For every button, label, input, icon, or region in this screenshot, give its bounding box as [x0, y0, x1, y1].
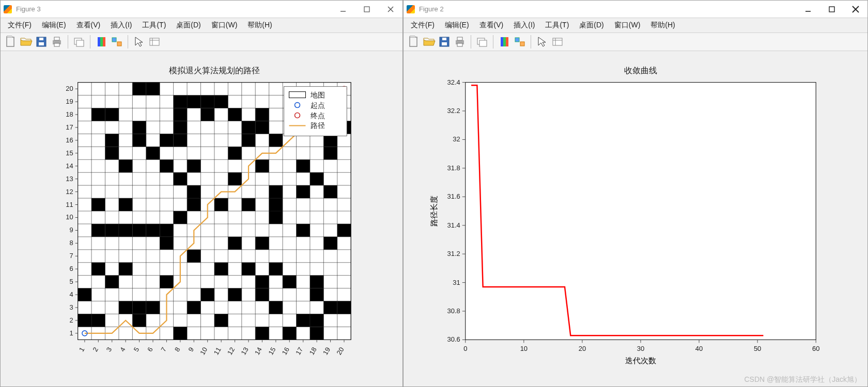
minimize-button[interactable]	[331, 1, 355, 18]
svg-rect-25	[91, 314, 105, 327]
menu-bar: 文件(F) 编辑(E) 查看(V) 插入(I) 工具(T) 桌面(D) 窗口(W…	[404, 18, 867, 33]
svg-rect-107	[310, 276, 323, 288]
toolbar-open-icon[interactable]	[19, 35, 33, 49]
svg-text:模拟退火算法规划的路径: 模拟退火算法规划的路径	[169, 66, 260, 75]
menu-file[interactable]: 文件(F)	[407, 20, 439, 31]
svg-text:30.8: 30.8	[447, 307, 460, 315]
axes-convergence[interactable]: 收敛曲线010203040506030.630.83131.231.431.63…	[404, 51, 867, 386]
close-button[interactable]	[379, 1, 402, 18]
svg-text:6: 6	[146, 346, 154, 353]
svg-rect-24	[78, 288, 91, 301]
svg-text:7: 7	[69, 252, 73, 260]
svg-rect-91	[269, 301, 283, 314]
svg-rect-41	[132, 301, 146, 314]
svg-rect-68	[201, 288, 214, 301]
toolbar-pointer-icon[interactable]	[535, 35, 549, 49]
svg-rect-35	[119, 301, 132, 314]
toolbar-open-icon[interactable]	[422, 35, 436, 49]
toolbar-datacursor-icon[interactable]	[550, 35, 565, 49]
svg-rect-79	[228, 108, 241, 121]
svg-rect-97	[283, 327, 296, 340]
svg-rect-48	[146, 147, 160, 159]
svg-rect-102	[297, 159, 310, 172]
svg-text:8: 8	[69, 239, 73, 247]
svg-rect-16	[112, 38, 116, 42]
toolbar-datacursor-icon[interactable]	[147, 35, 162, 49]
figure-window-3: Figure 3 文件(F) 编辑(E) 查看(V) 插入(I) 工具(T) 桌…	[0, 0, 403, 387]
toolbar-new-icon[interactable]	[3, 35, 18, 49]
menu-window[interactable]: 窗口(W)	[207, 20, 242, 31]
menu-file[interactable]: 文件(F)	[4, 20, 36, 31]
title-bar[interactable]: Figure 3	[1, 1, 402, 18]
menu-insert[interactable]: 插入(I)	[106, 20, 136, 31]
svg-rect-89	[255, 121, 269, 134]
svg-text:9: 9	[69, 226, 73, 234]
svg-text:6: 6	[69, 265, 73, 272]
maximize-button[interactable]	[355, 1, 379, 18]
svg-text:0: 0	[463, 345, 467, 352]
svg-text:9: 9	[187, 346, 195, 353]
menu-desktop[interactable]: 桌面(D)	[172, 20, 205, 31]
svg-text:12: 12	[226, 346, 236, 356]
menu-edit[interactable]: 编辑(E)	[441, 20, 473, 31]
menu-view[interactable]: 查看(V)	[475, 20, 508, 31]
menu-help[interactable]: 帮助(H)	[243, 20, 276, 31]
menu-insert[interactable]: 插入(I)	[509, 20, 539, 31]
toolbar-colorbar-icon[interactable]	[94, 35, 109, 49]
svg-text:7: 7	[159, 346, 168, 353]
svg-text:收敛曲线: 收敛曲线	[624, 66, 657, 75]
svg-rect-64	[187, 198, 200, 211]
close-button[interactable]	[844, 1, 867, 18]
svg-text:11: 11	[66, 201, 73, 208]
svg-text:4: 4	[69, 291, 73, 298]
svg-rect-86	[255, 276, 269, 288]
menu-window[interactable]: 窗口(W)	[610, 20, 645, 31]
svg-text:20: 20	[579, 345, 586, 352]
menu-tools[interactable]: 工具(T)	[138, 20, 170, 31]
svg-rect-36	[119, 263, 132, 276]
svg-rect-10	[54, 43, 59, 46]
svg-text:3: 3	[69, 303, 73, 311]
svg-rect-29	[91, 108, 105, 121]
svg-rect-30	[105, 276, 119, 288]
toolbar-colorbar-icon[interactable]	[497, 35, 512, 49]
toolbar-linkaxes-icon[interactable]	[513, 35, 527, 49]
svg-text:15: 15	[267, 346, 277, 356]
toolbar-new-icon[interactable]	[406, 35, 421, 49]
toolbar-print-icon[interactable]	[453, 35, 467, 49]
toolbar-linkaxes-icon[interactable]	[110, 35, 124, 49]
svg-rect-51	[160, 237, 173, 250]
svg-text:18: 18	[66, 110, 73, 118]
svg-rect-58	[174, 134, 187, 147]
toolbar-print-icon[interactable]	[50, 35, 64, 49]
menu-desktop[interactable]: 桌面(D)	[575, 20, 608, 31]
toolbar	[1, 33, 402, 51]
toolbar-save-icon[interactable]	[437, 35, 452, 49]
matlab-icon	[407, 5, 415, 13]
toolbar-copyfig-icon[interactable]	[475, 35, 489, 49]
window-title: Figure 3	[16, 5, 41, 13]
svg-rect-110	[323, 301, 337, 314]
figure-window-2: Figure 2 文件(F) 编辑(E) 查看(V) 插入(I) 工具(T) 桌…	[403, 0, 868, 387]
svg-text:10: 10	[66, 213, 73, 221]
svg-rect-63	[187, 250, 200, 263]
toolbar-save-icon[interactable]	[34, 35, 49, 49]
title-bar[interactable]: Figure 2	[404, 1, 867, 18]
menu-help[interactable]: 帮助(H)	[646, 20, 679, 31]
menu-view[interactable]: 查看(V)	[72, 20, 105, 31]
svg-text:14: 14	[66, 162, 73, 170]
menu-tools[interactable]: 工具(T)	[541, 20, 573, 31]
svg-rect-72	[214, 263, 228, 276]
minimize-button[interactable]	[796, 1, 820, 18]
toolbar-copyfig-icon[interactable]	[72, 35, 86, 49]
svg-rect-265	[479, 40, 487, 46]
svg-rect-76	[228, 237, 241, 250]
axes-path-plan[interactable]: 模拟退火算法规划的路径12345678910111213141516171819…	[1, 51, 402, 386]
svg-rect-275	[466, 83, 816, 340]
svg-rect-13	[98, 37, 100, 46]
svg-rect-69	[201, 108, 214, 121]
svg-text:32.4: 32.4	[447, 78, 460, 86]
maximize-button[interactable]	[820, 1, 844, 18]
menu-edit[interactable]: 编辑(E)	[38, 20, 70, 31]
toolbar-pointer-icon[interactable]	[132, 35, 146, 49]
